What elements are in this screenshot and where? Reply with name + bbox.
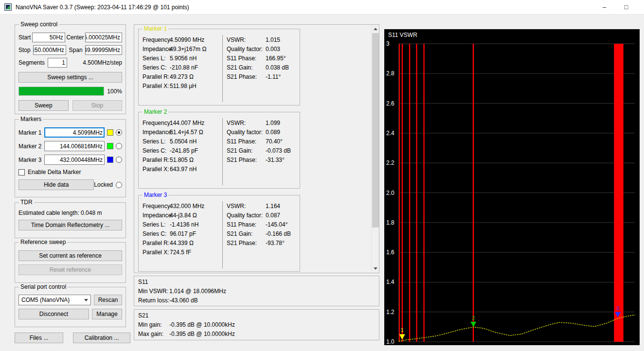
manage-button[interactable]: Manage <box>92 309 122 319</box>
minimize-button[interactable]: – <box>593 0 615 14</box>
y-axis-tick-label: 2.4 <box>386 130 394 137</box>
marker-data-row: Impedance:44-j3.84 Ω <box>143 211 222 220</box>
span-label: Span <box>69 47 83 53</box>
span-frequency-input[interactable]: 49.99995MHz <box>85 45 122 55</box>
maximize-button[interactable]: □ <box>615 0 637 14</box>
field-label: Parallel R: <box>143 73 170 80</box>
field-value: 70.40° <box>266 138 283 145</box>
field-label: S21 Gain: <box>227 147 266 154</box>
files-button[interactable]: Files ... <box>15 333 63 343</box>
set-current-as-reference-button[interactable]: Set current as reference <box>18 250 122 261</box>
marker-1-select-radio[interactable] <box>116 129 122 136</box>
field-label: Impedance: <box>143 46 170 53</box>
marker-data-row: S21 Phase:-93.78° <box>227 238 300 247</box>
field-label: Parallel X: <box>143 249 170 256</box>
marker-1-frequency-input[interactable]: 4.5099MHz <box>44 127 105 138</box>
field-value: 643.97 nH <box>170 166 197 173</box>
field-label: S21 Gain: <box>227 230 266 237</box>
locked-label: Locked <box>94 181 113 188</box>
scroll-up-button[interactable] <box>372 25 379 33</box>
marker-3-frequency-input[interactable]: 432.000448MHz <box>44 155 105 165</box>
marker-data-row: Series L:5.9056 nH <box>143 53 222 63</box>
field-label: Series C: <box>143 64 170 71</box>
hide-data-button[interactable]: Hide data <box>18 179 94 190</box>
marker-2-select-radio[interactable] <box>116 143 122 149</box>
calibration-button[interactable]: Calibration ... <box>73 333 130 343</box>
marker-data-row: Parallel R:49.273 Ω <box>143 72 222 81</box>
field-label: Quality factor: <box>227 129 266 136</box>
marker-data-panel: Marker 1Frequency:4.50990 MHzImpedance:4… <box>134 24 379 273</box>
marker-data-row: VSWR:1.015 <box>227 35 300 44</box>
y-axis-tick-label: 1.6 <box>386 249 394 256</box>
locked-radio[interactable] <box>116 182 122 188</box>
segments-input[interactable]: 1 <box>48 58 67 68</box>
field-value: 0.038 dB <box>266 64 289 71</box>
center-label: Center <box>66 34 84 41</box>
y-axis-tick-label: 2.2 <box>386 159 394 166</box>
scrollbar-thumb[interactable] <box>372 33 379 228</box>
marker-data-row: Series L:-1.4136 nH <box>143 220 222 229</box>
rescan-button[interactable]: Rescan <box>94 295 122 305</box>
field-label: S21 Gain: <box>227 64 266 71</box>
scroll-down-button[interactable] <box>372 264 379 273</box>
stop-label: Stop <box>18 47 31 53</box>
chart-marker-label: 3 <box>616 305 619 311</box>
field-label: Frequency: <box>143 36 170 43</box>
reset-reference-button[interactable]: Reset reference <box>18 264 122 275</box>
marker-data-row: Quality factor:0.003 <box>227 44 300 53</box>
field-label: Frequency: <box>143 203 170 210</box>
marker-3-select-radio[interactable] <box>116 157 122 163</box>
stop-frequency-input[interactable]: 450.000MHz <box>33 45 66 55</box>
field-label: Series C: <box>143 230 170 237</box>
s11-vswr-chart[interactable]: S11 VSWR 32.82.62.42.22.01.81.61.41.21.0… <box>384 29 640 345</box>
field-label: VSWR: <box>227 120 266 126</box>
field-label: Parallel X: <box>143 83 170 89</box>
marker-info-title: Marker 3 <box>143 192 168 198</box>
reference-sweep-group: Reference sweep Set current as reference… <box>15 242 126 283</box>
field-label: S21 Phase: <box>227 240 266 246</box>
segments-label: Segments <box>18 59 45 66</box>
marker-info-box: Marker 1Frequency:4.50990 MHzImpedance:4… <box>138 29 300 105</box>
marker-data-row: Impedance:51.4+j4.57 Ω <box>143 127 222 137</box>
marker-3-label: Marker 3 <box>18 157 42 163</box>
field-value: 724.5 fF <box>170 249 191 256</box>
field-value: 511.98 µH <box>170 83 197 89</box>
marker-data-row: Parallel R:51.805 Ω <box>143 155 222 164</box>
max-gain-label: Max gain: <box>138 331 169 337</box>
marker-2-frequency-input[interactable]: 144.006816MHz <box>44 141 105 151</box>
field-label: Quality factor: <box>227 212 266 219</box>
chart-marker-triangle <box>470 322 476 327</box>
stop-button[interactable]: Stop <box>72 100 123 111</box>
enable-delta-marker-checkbox[interactable] <box>18 169 25 176</box>
field-value: -31.33° <box>266 157 285 163</box>
marker-info-boxes: Marker 1Frequency:4.50990 MHzImpedance:4… <box>134 25 379 272</box>
return-loss-label: Return loss: <box>138 297 169 304</box>
app-icon <box>4 3 12 11</box>
frequency-band-marker <box>402 44 403 342</box>
marker-data-row: Parallel X:643.97 nH <box>143 164 222 174</box>
field-label: S11 Phase: <box>227 221 266 228</box>
marker-1-color-swatch <box>107 129 113 136</box>
max-gain-value: -0.395 dB @ 10.0000kHz <box>169 331 235 337</box>
sweep-button[interactable]: Sweep <box>18 100 69 111</box>
vertical-scrollbar[interactable] <box>371 25 379 273</box>
time-domain-reflectometry-button[interactable]: Time Domain Reflectometry ... <box>18 220 122 230</box>
y-axis-tick-label: 1.4 <box>386 279 394 285</box>
field-value: 49.273 Ω <box>170 73 194 80</box>
frequency-band-marker <box>614 44 623 342</box>
serial-port-control-group: Serial port control COM5 (NanoVNA) Resca… <box>15 287 126 327</box>
disconnect-button[interactable]: Disconnect <box>18 309 89 319</box>
marker-info-box: Marker 3Frequency:432.000 MHzImpedance:4… <box>138 195 300 272</box>
sweep-control-group: Sweep control Start 50Hz Center 5.000025… <box>15 24 126 114</box>
field-value: 44.339 Ω <box>170 240 194 246</box>
field-label: Parallel X: <box>143 166 170 173</box>
start-frequency-input[interactable]: 50Hz <box>32 33 65 42</box>
field-value: 0.087 <box>266 212 280 219</box>
serial-port-select[interactable]: COM5 (NanoVNA) <box>18 295 91 305</box>
sweep-settings-button[interactable]: Sweep settings ... <box>18 72 122 83</box>
marker-data-row: S21 Gain:-0.166 dB <box>227 229 300 238</box>
marker-data-row: VSWR:1.164 <box>227 201 300 211</box>
tdr-group-title: TDR <box>19 199 34 206</box>
center-frequency-input[interactable]: 5.000025MHz <box>85 33 122 42</box>
field-label: Frequency: <box>143 120 170 126</box>
